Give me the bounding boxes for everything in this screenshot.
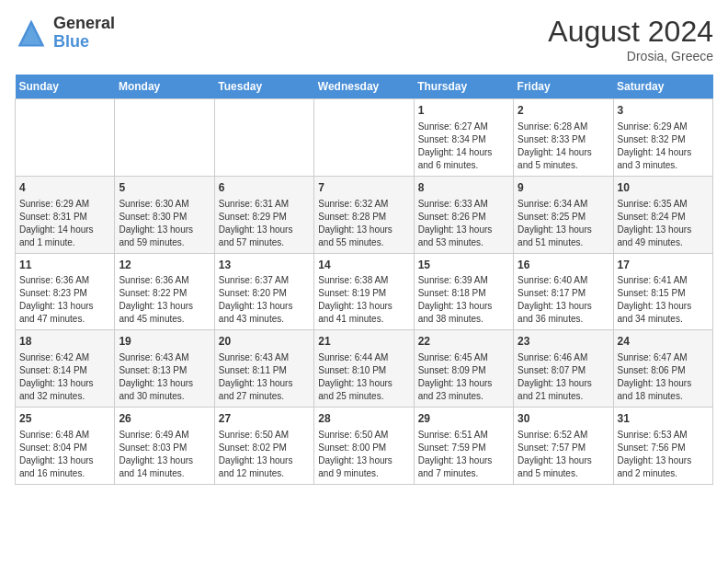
day-info: Sunrise: 6:36 AM Sunset: 8:22 PM Dayligh… [119,274,210,326]
day-number: 7 [318,180,409,196]
day-number: 16 [518,258,609,273]
day-info: Sunrise: 6:27 AM Sunset: 8:34 PM Dayligh… [418,121,509,172]
day-number: 5 [119,180,210,196]
title-area: August 2024 Drosia, Greece [548,15,713,63]
calendar-cell: 22Sunrise: 6:45 AM Sunset: 8:09 PM Dayli… [414,330,513,408]
day-number: 21 [318,334,409,350]
day-number: 23 [518,334,609,350]
calendar-cell: 12Sunrise: 6:36 AM Sunset: 8:22 PM Dayli… [115,253,214,330]
calendar-cell: 23Sunrise: 6:46 AM Sunset: 8:07 PM Dayli… [514,330,613,408]
calendar-cell: 10Sunrise: 6:35 AM Sunset: 8:24 PM Dayli… [613,176,712,253]
day-info: Sunrise: 6:36 AM Sunset: 8:23 PM Dayligh… [19,274,110,326]
calendar-cell [16,99,115,177]
day-number: 25 [19,411,110,427]
calendar-cell: 31Sunrise: 6:53 AM Sunset: 7:56 PM Dayli… [613,408,712,485]
calendar-cell: 26Sunrise: 6:49 AM Sunset: 8:03 PM Dayli… [115,408,214,485]
day-info: Sunrise: 6:37 AM Sunset: 8:20 PM Dayligh… [219,274,310,326]
day-number: 14 [318,258,409,273]
day-info: Sunrise: 6:43 AM Sunset: 8:11 PM Dayligh… [219,351,310,403]
calendar-cell: 30Sunrise: 6:52 AM Sunset: 7:57 PM Dayli… [514,408,613,485]
day-number: 18 [19,334,110,350]
calendar-cell: 24Sunrise: 6:47 AM Sunset: 8:06 PM Dayli… [613,330,712,408]
calendar-cell: 3Sunrise: 6:29 AM Sunset: 8:32 PM Daylig… [613,99,712,177]
day-number: 9 [518,180,609,196]
calendar-cell: 13Sunrise: 6:37 AM Sunset: 8:20 PM Dayli… [214,253,313,330]
week-row-0: 1Sunrise: 6:27 AM Sunset: 8:34 PM Daylig… [16,99,713,177]
day-number: 30 [518,411,609,427]
calendar-cell: 14Sunrise: 6:38 AM Sunset: 8:19 PM Dayli… [314,253,414,330]
day-info: Sunrise: 6:50 AM Sunset: 8:02 PM Dayligh… [219,429,310,480]
header: General Blue August 2024 Drosia, Greece [15,15,713,63]
day-number: 13 [219,258,310,273]
day-number: 27 [219,411,310,427]
logo-text: General Blue [53,15,115,52]
calendar-cell: 7Sunrise: 6:32 AM Sunset: 8:28 PM Daylig… [314,176,414,253]
day-info: Sunrise: 6:53 AM Sunset: 7:56 PM Dayligh… [618,429,709,480]
day-info: Sunrise: 6:39 AM Sunset: 8:18 PM Dayligh… [418,274,509,326]
calendar-cell: 18Sunrise: 6:42 AM Sunset: 8:14 PM Dayli… [16,330,115,408]
day-info: Sunrise: 6:31 AM Sunset: 8:29 PM Dayligh… [219,198,310,249]
day-info: Sunrise: 6:29 AM Sunset: 8:31 PM Dayligh… [19,198,110,249]
calendar-cell: 21Sunrise: 6:44 AM Sunset: 8:10 PM Dayli… [314,330,414,408]
day-info: Sunrise: 6:42 AM Sunset: 8:14 PM Dayligh… [19,351,110,403]
day-number: 26 [119,411,210,427]
day-number: 3 [618,103,709,119]
day-info: Sunrise: 6:43 AM Sunset: 8:13 PM Dayligh… [119,351,210,403]
header-wednesday: Wednesday [314,75,414,99]
day-number: 31 [618,411,709,427]
calendar-cell: 27Sunrise: 6:50 AM Sunset: 8:02 PM Dayli… [214,408,313,485]
day-number: 1 [418,103,509,119]
day-info: Sunrise: 6:51 AM Sunset: 7:59 PM Dayligh… [418,429,509,480]
logo-icon [15,17,48,50]
day-number: 12 [119,258,210,273]
day-info: Sunrise: 6:28 AM Sunset: 8:33 PM Dayligh… [518,121,609,172]
day-number: 28 [318,411,409,427]
day-info: Sunrise: 6:32 AM Sunset: 8:28 PM Dayligh… [318,198,409,249]
day-number: 11 [19,258,110,273]
header-saturday: Saturday [613,75,712,99]
calendar-cell: 2Sunrise: 6:28 AM Sunset: 8:33 PM Daylig… [514,99,613,177]
day-number: 10 [618,180,709,196]
calendar-cell: 1Sunrise: 6:27 AM Sunset: 8:34 PM Daylig… [414,99,513,177]
calendar-cell: 17Sunrise: 6:41 AM Sunset: 8:15 PM Dayli… [613,253,712,330]
day-number: 17 [618,258,709,273]
calendar-cell: 19Sunrise: 6:43 AM Sunset: 8:13 PM Dayli… [115,330,214,408]
calendar-cell: 25Sunrise: 6:48 AM Sunset: 8:04 PM Dayli… [16,408,115,485]
day-info: Sunrise: 6:50 AM Sunset: 8:00 PM Dayligh… [318,429,409,480]
week-row-1: 4Sunrise: 6:29 AM Sunset: 8:31 PM Daylig… [16,176,713,253]
week-row-2: 11Sunrise: 6:36 AM Sunset: 8:23 PM Dayli… [16,253,713,330]
day-number: 22 [418,334,509,350]
calendar-cell [115,99,214,177]
week-row-3: 18Sunrise: 6:42 AM Sunset: 8:14 PM Dayli… [16,330,713,408]
header-friday: Friday [514,75,613,99]
day-info: Sunrise: 6:34 AM Sunset: 8:25 PM Dayligh… [518,198,609,249]
day-number: 2 [518,103,609,119]
day-number: 15 [418,258,509,273]
day-info: Sunrise: 6:38 AM Sunset: 8:19 PM Dayligh… [318,274,409,326]
day-info: Sunrise: 6:40 AM Sunset: 8:17 PM Dayligh… [518,274,609,326]
header-tuesday: Tuesday [214,75,313,99]
calendar-cell: 6Sunrise: 6:31 AM Sunset: 8:29 PM Daylig… [214,176,313,253]
logo-general: General [53,15,115,33]
day-number: 8 [418,180,509,196]
week-row-4: 25Sunrise: 6:48 AM Sunset: 8:04 PM Dayli… [16,408,713,485]
day-info: Sunrise: 6:47 AM Sunset: 8:06 PM Dayligh… [618,351,709,403]
calendar-cell: 11Sunrise: 6:36 AM Sunset: 8:23 PM Dayli… [16,253,115,330]
day-number: 6 [219,180,310,196]
day-info: Sunrise: 6:29 AM Sunset: 8:32 PM Dayligh… [618,121,709,172]
day-number: 29 [418,411,509,427]
day-info: Sunrise: 6:41 AM Sunset: 8:15 PM Dayligh… [618,274,709,326]
location-subtitle: Drosia, Greece [548,49,713,63]
header-monday: Monday [115,75,214,99]
day-info: Sunrise: 6:46 AM Sunset: 8:07 PM Dayligh… [518,351,609,403]
day-info: Sunrise: 6:48 AM Sunset: 8:04 PM Dayligh… [19,429,110,480]
day-number: 24 [618,334,709,350]
day-number: 4 [19,180,110,196]
logo-blue: Blue [53,33,115,52]
calendar-cell [314,99,414,177]
calendar-cell: 28Sunrise: 6:50 AM Sunset: 8:00 PM Dayli… [314,408,414,485]
day-info: Sunrise: 6:35 AM Sunset: 8:24 PM Dayligh… [618,198,709,249]
day-info: Sunrise: 6:30 AM Sunset: 8:30 PM Dayligh… [119,198,210,249]
calendar-cell: 4Sunrise: 6:29 AM Sunset: 8:31 PM Daylig… [16,176,115,253]
logo: General Blue [15,15,115,52]
